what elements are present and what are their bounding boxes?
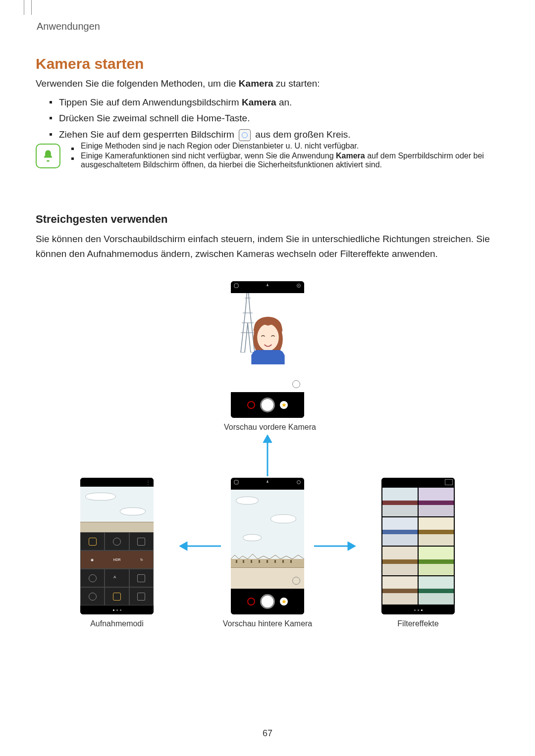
front-camera-preview-illustration: ★ xyxy=(231,281,304,418)
list-item: Drücken Sie zweimal schnell die Home-Tas… xyxy=(50,111,497,126)
svg-marker-5 xyxy=(263,435,272,443)
rear-camera-preview-illustration: ★ xyxy=(231,478,304,614)
effects-button-icon: ★ xyxy=(280,598,288,605)
bullet-dot-icon xyxy=(71,148,74,150)
svg-rect-16 xyxy=(290,560,292,563)
shutter-button-icon xyxy=(260,398,275,412)
bullet-1-post: an. xyxy=(276,97,292,107)
intro-paragraph: Verwenden Sie die folgenden Methoden, um… xyxy=(36,76,499,91)
front-camera-caption: Vorschau vordere Kamera xyxy=(224,423,311,432)
bullet-dot-icon xyxy=(71,157,74,160)
bullet-list: Tippen Sie auf dem Anwendungsbildschirm … xyxy=(50,95,497,143)
section-header: Anwendungen xyxy=(37,21,100,32)
arrow-left-icon xyxy=(179,540,221,552)
intro-text-pre: Verwenden Sie die folgenden Methoden, um… xyxy=(36,78,239,89)
svg-rect-11 xyxy=(251,560,252,563)
svg-point-7 xyxy=(297,481,301,484)
svg-rect-9 xyxy=(236,560,237,563)
list-item: Ziehen Sie auf dem gesperrten Bildschirm… xyxy=(50,127,497,142)
svg-marker-18 xyxy=(179,542,187,551)
filter-effects-illustration xyxy=(381,478,455,614)
bullet-3-pre: Ziehen Sie auf dem gesperrten Bildschirm xyxy=(59,129,237,140)
intro-text-suf: zu starten: xyxy=(273,78,320,89)
bullet-dot-icon xyxy=(50,101,52,103)
page-number: 67 xyxy=(0,728,535,739)
bullet-dot-icon xyxy=(50,133,52,136)
rear-camera-caption: Vorschau hintere Kamera xyxy=(222,619,313,628)
svg-rect-13 xyxy=(267,560,268,563)
subsection-heading: Streichgesten verwenden xyxy=(36,213,168,226)
swipe-description: Sie können den Vorschaubildschirm einfac… xyxy=(36,232,499,262)
camera-lockscreen-icon xyxy=(239,129,251,141)
bullet-dot-icon xyxy=(50,117,52,119)
list-item: Tippen Sie auf dem Anwendungsbildschirm … xyxy=(50,95,497,110)
arrow-up-icon xyxy=(262,435,273,476)
bullet-1-bold: Kamera xyxy=(242,97,276,107)
note-2-bold: Kamera xyxy=(336,151,365,160)
bullet-3-post: aus dem großen Kreis. xyxy=(255,129,350,140)
svg-rect-0 xyxy=(234,284,238,288)
bullet-2-text: Drücken Sie zweimal schnell die Home-Tas… xyxy=(59,111,250,126)
svg-rect-14 xyxy=(274,560,276,563)
svg-rect-6 xyxy=(234,480,238,484)
intro-text-bold: Kamera xyxy=(239,78,273,89)
filters-caption: Filtereffekte xyxy=(396,619,440,628)
swipe-diagram: ★ Vorschau vordere Kamera xyxy=(36,277,499,683)
effects-button-icon: ★ xyxy=(280,401,288,409)
page-tab-mark xyxy=(24,0,32,15)
shooting-modes-illustration: ⋮ ◉HDR↻ A xyxy=(80,478,154,614)
list-item: Einige Kamerafunktionen sind nicht verfü… xyxy=(71,151,499,169)
svg-rect-15 xyxy=(282,560,284,563)
svg-point-2 xyxy=(298,285,299,286)
page-heading: Kamera starten xyxy=(36,55,144,72)
bullet-1-pre: Tippen Sie auf dem Anwendungsbildschirm xyxy=(59,97,242,107)
record-button-icon xyxy=(247,598,255,605)
svg-rect-12 xyxy=(259,560,260,563)
arrow-right-icon xyxy=(314,540,356,552)
note-block: Einige Methoden sind je nach Region oder… xyxy=(36,142,499,170)
note-2-pre: Einige Kamerafunktionen sind nicht verfü… xyxy=(81,151,336,160)
record-button-icon xyxy=(247,401,255,409)
svg-marker-20 xyxy=(348,542,356,551)
modes-caption: Aufnahmemodi xyxy=(89,619,145,628)
note-bell-icon xyxy=(36,144,60,168)
svg-rect-10 xyxy=(243,560,244,563)
list-item: Einige Methoden sind je nach Region oder… xyxy=(71,142,499,151)
shutter-button-icon xyxy=(260,594,275,609)
note-1-text: Einige Methoden sind je nach Region oder… xyxy=(81,142,359,151)
